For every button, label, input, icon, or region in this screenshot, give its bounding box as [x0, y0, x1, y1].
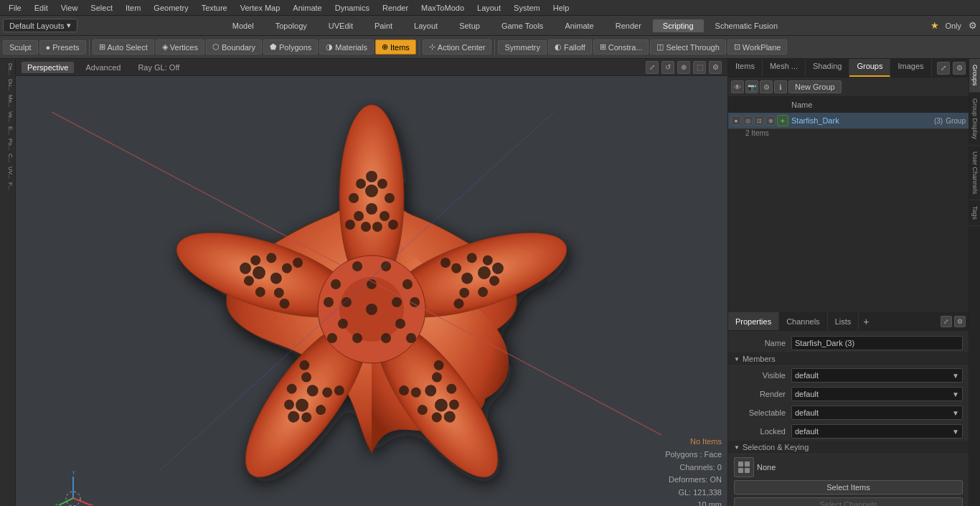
type-icon[interactable]: ⊡ — [754, 116, 764, 126]
render-dropdown[interactable]: default ▼ — [791, 387, 963, 401]
items-button[interactable]: ⊕ Items — [375, 39, 416, 55]
left-tab-7[interactable]: UV... — [1, 165, 14, 180]
eye-icon[interactable]: 👁 — [731, 80, 744, 93]
tab-shading[interactable]: Shading — [806, 59, 849, 77]
left-tab-5[interactable]: Po... — [1, 137, 14, 151]
viewport-ctrl-zoom[interactable]: ⊕ — [677, 61, 690, 74]
expand-icon[interactable]: ⤢ — [937, 62, 950, 75]
viewport-ctrl-fit[interactable]: ⬚ — [693, 61, 706, 74]
viewport[interactable]: Perspective Advanced Ray GL: Off ⤢ ↺ ⊕ ⬚… — [16, 59, 727, 506]
tab-images[interactable]: Images — [890, 59, 931, 77]
tab-groups[interactable]: Groups — [849, 59, 890, 77]
render-icon[interactable]: ◎ — [743, 116, 753, 126]
materials-button[interactable]: ◑ Materials — [319, 39, 374, 55]
select-items-button[interactable]: Select Items — [734, 480, 963, 495]
falloff-button[interactable]: ◐ Falloff — [548, 39, 592, 55]
menu-system[interactable]: System — [508, 2, 546, 14]
tab-topology[interactable]: Topology — [265, 19, 317, 32]
selectable-dropdown[interactable]: default ▼ — [791, 406, 963, 420]
menu-vertexmap[interactable]: Vertex Map — [235, 2, 286, 14]
rs-tab-groups[interactable]: Groups — [969, 59, 980, 93]
select-channels-button[interactable]: Select Channels — [734, 497, 963, 506]
add-props-tab-button[interactable]: + — [859, 316, 873, 327]
polygons-button[interactable]: ⬟ Polygons — [263, 39, 318, 55]
menu-view[interactable]: View — [55, 2, 84, 14]
add-icon[interactable]: + — [777, 115, 788, 126]
tab-layout[interactable]: Layout — [404, 19, 448, 32]
rs-tab-groupdisplay[interactable]: Group Display — [969, 93, 980, 146]
constraints-button[interactable]: ⊞ Constra... — [593, 39, 649, 55]
visible-dropdown[interactable]: default ▼ — [791, 368, 963, 383]
viewport-ctrl-move[interactable]: ⤢ — [646, 61, 659, 74]
menu-animate[interactable]: Animate — [287, 2, 327, 14]
gear-icon[interactable]: ⚙ — [969, 20, 977, 31]
members-section[interactable]: ▼ Members — [728, 352, 969, 366]
tab-setup[interactable]: Setup — [449, 19, 490, 32]
tab-gametools[interactable]: Game Tools — [491, 19, 554, 32]
left-tab-0[interactable]: De... — [1, 62, 14, 77]
viewport-tab-advanced[interactable]: Advanced — [80, 62, 126, 73]
new-group-button[interactable]: New Group — [788, 80, 842, 93]
left-tab-3[interactable]: Ve... — [1, 110, 14, 124]
tab-paint[interactable]: Paint — [364, 19, 402, 32]
left-tab-8[interactable]: F... — [1, 181, 14, 192]
locked-dropdown[interactable]: default ▼ — [791, 424, 963, 439]
menu-help[interactable]: Help — [547, 2, 575, 14]
tab-animate[interactable]: Animate — [555, 19, 603, 32]
viewport-tab-perspective[interactable]: Perspective — [22, 62, 74, 73]
viewport-canvas[interactable]: No Items Polygons : Face Channels: 0 Def… — [16, 76, 727, 506]
viewport-ctrl-rotate[interactable]: ↺ — [661, 61, 674, 74]
boundary-button[interactable]: ⬡ Boundary — [206, 39, 262, 55]
sel-keying-section[interactable]: ▼ Selection & Keying — [728, 441, 969, 454]
lock-icon[interactable]: ⊕ — [765, 116, 776, 126]
tab-lists[interactable]: Lists — [828, 312, 859, 330]
menu-geometry[interactable]: Geometry — [148, 2, 194, 14]
info-icon[interactable]: ℹ — [774, 80, 787, 93]
left-tab-1[interactable]: Du... — [1, 78, 14, 93]
menu-dynamics[interactable]: Dynamics — [329, 2, 375, 14]
menu-file[interactable]: File — [3, 2, 27, 14]
visibility-icon[interactable]: ● — [731, 116, 741, 126]
action-center-button[interactable]: ⊹ Action Center — [423, 39, 492, 55]
tab-render[interactable]: Render — [606, 19, 651, 32]
tab-items[interactable]: Items — [728, 59, 763, 77]
name-input[interactable] — [791, 336, 963, 350]
tab-uvedit[interactable]: UVEdit — [319, 19, 363, 32]
left-tab-2[interactable]: Me... — [1, 93, 14, 109]
menu-edit[interactable]: Edit — [29, 2, 54, 14]
tab-schematic[interactable]: Schematic Fusion — [705, 19, 788, 32]
menu-texture[interactable]: Texture — [196, 2, 233, 14]
main-area: De... Du... Me... Ve... E... Po... C... … — [0, 59, 980, 506]
viewport-tab-raygl[interactable]: Ray GL: Off — [132, 62, 185, 73]
left-tab-4[interactable]: E... — [1, 125, 14, 136]
rs-tab-tags[interactable]: Tags — [969, 200, 980, 226]
tab-model[interactable]: Model — [222, 19, 264, 32]
vertices-button[interactable]: ◈ Vertices — [156, 39, 204, 55]
menu-layout[interactable]: Layout — [471, 2, 507, 14]
menu-render[interactable]: Render — [377, 2, 414, 14]
sculpt-button[interactable]: Sculpt — [3, 40, 38, 55]
tab-channels[interactable]: Channels — [779, 312, 827, 330]
left-tab-6[interactable]: C... — [1, 152, 14, 164]
select-through-button[interactable]: ◫ Select Through — [650, 39, 725, 55]
rs-tab-userchannels[interactable]: User Channels — [969, 146, 980, 201]
panel-settings-icon[interactable]: ⚙ — [953, 62, 966, 75]
settings2-icon[interactable]: ⚙ — [760, 80, 773, 93]
props-expand-icon[interactable]: ⤢ — [941, 316, 952, 327]
auto-select-button[interactable]: ⊞ Auto Select — [93, 39, 154, 55]
menu-select[interactable]: Select — [85, 2, 118, 14]
menu-maxtomodo[interactable]: MaxToModo — [415, 2, 470, 14]
workplane-button[interactable]: ⊡ WorkPlane — [727, 39, 788, 55]
camera-icon[interactable]: 📷 — [745, 80, 758, 93]
tab-properties[interactable]: Properties — [728, 312, 779, 330]
layout-dropdown[interactable]: Default Layouts ▾ — [3, 19, 77, 32]
tab-scripting[interactable]: Scripting — [653, 19, 704, 32]
keying-grid-icon[interactable] — [734, 457, 754, 477]
menu-item[interactable]: Item — [120, 2, 146, 14]
viewport-ctrl-settings[interactable]: ⚙ — [709, 61, 722, 74]
presets-button[interactable]: ● Presets — [39, 40, 86, 55]
symmetry-button[interactable]: Symmetry — [498, 40, 547, 55]
group-item-starfish[interactable]: ● ◎ ⊡ ⊕ + Starfish_Dark (3) Group — [728, 113, 969, 129]
tab-mesh[interactable]: Mesh ... — [763, 59, 806, 77]
props-settings-icon[interactable]: ⚙ — [954, 316, 966, 327]
